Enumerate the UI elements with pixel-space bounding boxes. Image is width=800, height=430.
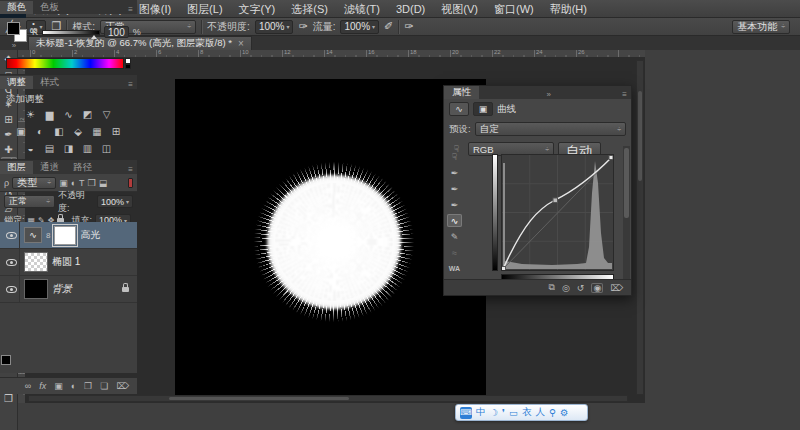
menu-layer[interactable]: 图层(L)	[179, 0, 230, 18]
layer-row-highlight[interactable]: ∿ 8 高光	[0, 222, 137, 249]
vibrance-icon[interactable]: ▽	[100, 108, 113, 120]
filter-kind-select[interactable]: 类型 ÷	[12, 177, 56, 189]
delete-adjustment-button[interactable]: ⌦	[610, 283, 623, 293]
color-spectrum-ramp[interactable]	[6, 58, 124, 69]
ime-skin-icon[interactable]: 衣	[522, 406, 532, 419]
close-icon[interactable]: ×	[238, 38, 244, 49]
threshold-icon[interactable]: ◨	[62, 142, 75, 154]
smooth-curve-tool-icon[interactable]: ≈	[447, 246, 462, 259]
filter-toggle-switch[interactable]	[128, 178, 133, 188]
curve-point-mid[interactable]	[553, 198, 558, 203]
slider-handle-icon[interactable]	[91, 35, 97, 39]
brightness-contrast-icon[interactable]: ☀	[24, 108, 37, 120]
layer-row-background[interactable]: 背景	[0, 276, 137, 303]
menu-window[interactable]: 窗口(W)	[486, 0, 542, 18]
color-balance-icon[interactable]: ◐	[34, 125, 47, 137]
visibility-cell[interactable]	[4, 249, 20, 276]
curve-point-shadow[interactable]	[502, 267, 506, 271]
ime-account-icon[interactable]: 人	[536, 406, 546, 419]
new-group-button[interactable]: ❐	[84, 381, 92, 391]
horizontal-scrollbar[interactable]	[28, 395, 628, 402]
curves-icon[interactable]: ∿	[62, 108, 75, 120]
panel-menu-icon[interactable]: ≡	[128, 165, 137, 174]
filter-shape-layers-icon[interactable]: ❒	[88, 178, 96, 188]
panel-menu-icon[interactable]: ≡	[618, 90, 631, 99]
menu-image[interactable]: 图像(I)	[131, 0, 179, 18]
menu-select[interactable]: 选择(S)	[283, 0, 336, 18]
pencil-curve-tool-icon[interactable]: ✎	[447, 230, 462, 243]
collapse-panel-icon[interactable]: »	[542, 90, 554, 99]
mask-link-icon[interactable]: 8	[46, 231, 50, 240]
canvas[interactable]	[175, 79, 486, 396]
foreground-color-swatch[interactable]	[1, 355, 11, 365]
display-options-icon[interactable]: WA	[447, 262, 462, 275]
ime-chinese-mode-icon[interactable]: 中	[476, 406, 486, 419]
tab-styles[interactable]: 样式	[33, 76, 66, 89]
layer-thumbnail[interactable]	[24, 252, 48, 272]
tab-properties[interactable]: 属性	[444, 86, 479, 99]
eye-icon[interactable]	[6, 259, 17, 266]
curve-point-highlight[interactable]	[609, 156, 613, 160]
menu-view[interactable]: 视图(V)	[433, 0, 486, 18]
tab-swatches[interactable]: 色板	[33, 1, 66, 14]
filter-type-layers-icon[interactable]: T	[79, 178, 85, 188]
workspace-switcher[interactable]: 基本功能 ÷	[732, 20, 790, 34]
tab-color[interactable]: 颜色	[0, 1, 33, 14]
menu-help[interactable]: 帮助(H)	[542, 0, 595, 18]
vertical-scrollbar[interactable]	[636, 60, 644, 395]
layer-opacity-input[interactable]: 100% ▾	[97, 195, 133, 208]
channel-mixer-icon[interactable]: ▦	[91, 125, 104, 137]
layer-mask-thumbnail[interactable]	[54, 226, 76, 245]
spectrum-black-chip[interactable]	[125, 64, 131, 69]
reset-adjustment-button[interactable]: ↺	[577, 283, 585, 293]
exposure-icon[interactable]: ◩	[81, 108, 94, 120]
ime-shape-icon[interactable]: ▭	[509, 407, 518, 418]
view-previous-state-button[interactable]: ◎	[562, 283, 570, 293]
ime-settings-icon[interactable]: ⚙	[560, 407, 569, 418]
flow-input[interactable]: 100% ▾	[340, 20, 379, 34]
gradient-map-icon[interactable]: ▥	[81, 142, 94, 154]
foreground-color-swatch[interactable]	[7, 22, 20, 35]
panel-scrollbar[interactable]	[623, 146, 630, 279]
layer-name[interactable]: 高光	[80, 228, 100, 242]
menu-3d[interactable]: 3D(D)	[388, 0, 433, 18]
eye-icon[interactable]	[6, 232, 17, 239]
menu-filter[interactable]: 滤镜(T)	[336, 0, 388, 18]
k-slider[interactable]	[42, 30, 100, 35]
preset-select[interactable]: 自定 ÷	[475, 122, 626, 136]
white-point-eyedropper-icon[interactable]: ✒	[447, 198, 462, 211]
tablet-pressure-size-icon[interactable]: ✑	[404, 20, 413, 33]
ime-search-icon[interactable]: ⚲	[549, 407, 556, 418]
ime-fullwidth-icon[interactable]: ☽	[490, 407, 499, 418]
add-layer-mask-button[interactable]: ▣	[54, 381, 63, 391]
layer-thumbnail[interactable]	[24, 279, 48, 299]
filter-smart-objects-icon[interactable]: ⬓	[99, 178, 108, 188]
eye-icon[interactable]	[6, 286, 17, 293]
layer-mask-icon[interactable]: ▣	[473, 102, 493, 116]
layer-row-ellipse[interactable]: 椭圆 1	[0, 249, 137, 276]
panel-menu-icon[interactable]: ≡	[128, 80, 137, 89]
color-lookup-icon[interactable]: ⊞	[110, 125, 123, 137]
layer-name[interactable]: 椭圆 1	[52, 255, 80, 269]
panel-menu-icon[interactable]: ≡	[128, 5, 137, 14]
visibility-toggle-button[interactable]: ◉	[591, 283, 603, 293]
properties-panel-header[interactable]: 属性 » ≡	[444, 86, 631, 99]
visibility-cell[interactable]	[4, 222, 20, 249]
on-image-tool-icon[interactable]: ☟	[447, 150, 462, 163]
curves-adjustment-thumbnail[interactable]: ∿	[24, 227, 42, 243]
tab-paths[interactable]: 路径	[66, 161, 99, 174]
layer-style-button[interactable]: fx	[39, 381, 46, 391]
opacity-input[interactable]: 100% ▾	[255, 20, 294, 34]
link-layers-button[interactable]: ∞	[25, 381, 31, 391]
tablet-pressure-opacity-icon[interactable]: ✑	[298, 20, 307, 33]
tab-channels[interactable]: 通道	[33, 161, 66, 174]
black-point-eyedropper-icon[interactable]: ✒	[447, 166, 462, 179]
filter-pixel-layers-icon[interactable]: ▣	[59, 178, 68, 188]
new-adjustment-layer-button[interactable]: ◐	[71, 381, 76, 391]
visibility-cell[interactable]	[4, 276, 20, 303]
filter-adjustment-layers-icon[interactable]: ◐	[71, 178, 76, 188]
layer-name[interactable]: 背景	[52, 282, 72, 296]
delete-layer-button[interactable]: ⌦	[116, 381, 129, 391]
tab-adjustments[interactable]: 调整	[0, 76, 33, 89]
new-layer-button[interactable]: ❏	[100, 381, 108, 391]
